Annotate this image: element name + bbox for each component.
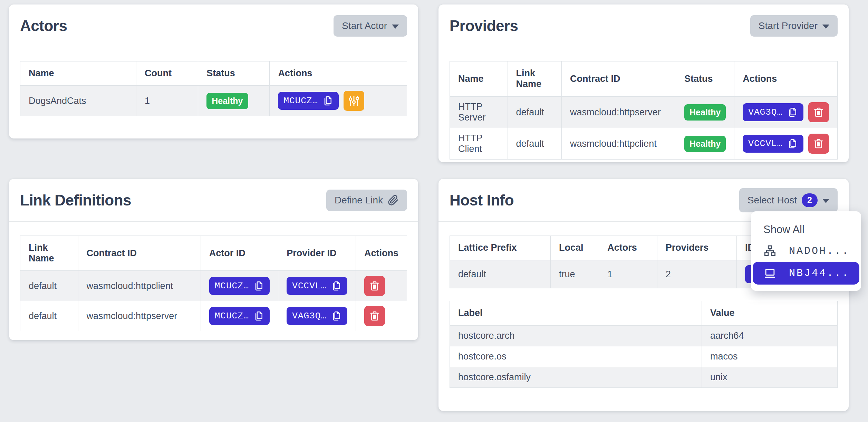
- dropdown-item-host-nbj44[interactable]: NBJ44...: [753, 262, 859, 285]
- stop-provider-button[interactable]: [808, 102, 829, 122]
- dropdown-item-show-all[interactable]: Show All: [751, 219, 861, 240]
- provider-id-copy-button[interactable]: VAG3Q…: [287, 307, 347, 325]
- link-definitions-panel: Link Definitions Define Link Link Name C…: [9, 179, 418, 340]
- host-local: true: [550, 260, 599, 288]
- select-host-button[interactable]: Select Host 2: [739, 188, 838, 212]
- dropdown-item-label: NADOH...: [789, 245, 850, 257]
- providers-col-status: Status: [676, 61, 734, 97]
- table-row: default wasmcloud:httpclient MCUCZ… VCCV…: [20, 271, 407, 301]
- copy-icon: [254, 311, 264, 321]
- table-row: DogsAndCats 1 Healthy MCUCZ…: [20, 86, 407, 116]
- linkdefs-col-contract: Contract ID: [78, 236, 201, 271]
- linkdefs-col-actor: Actor ID: [201, 236, 278, 271]
- actor-id-label: MCUCZ…: [215, 311, 249, 321]
- select-host-label: Select Host: [748, 195, 797, 206]
- start-provider-button[interactable]: Start Provider: [750, 15, 838, 37]
- providers-panel-header: Providers Start Provider: [438, 4, 849, 47]
- linkdefs-col-linkname: Link Name: [20, 236, 78, 271]
- host-lattice-prefix: default: [450, 260, 551, 288]
- select-host-dropdown-menu: Show All NADOH... NBJ44...: [751, 211, 861, 291]
- trash-icon: [369, 280, 380, 291]
- provider-contract-id: wasmcloud:httpserver: [562, 96, 676, 128]
- provider-id-copy-button[interactable]: VCCVL…: [287, 277, 347, 295]
- host-count-badge: 2: [802, 193, 818, 207]
- status-badge: Healthy: [206, 93, 248, 109]
- host-labels-table: Label Value hostcore.arch aarch64 hostco…: [450, 301, 838, 388]
- copy-icon: [788, 138, 798, 149]
- table-row: HTTP Server default wasmcloud:httpserver…: [450, 96, 838, 128]
- actors-title: Actors: [20, 17, 67, 35]
- link-definitions-title: Link Definitions: [20, 192, 131, 209]
- hosts-col-actors: Actors: [599, 236, 657, 260]
- provider-id-label: VCCVL…: [292, 281, 327, 291]
- host-label-value: aarch64: [702, 325, 837, 346]
- actor-id-label: MCUCZ…: [215, 281, 249, 291]
- provider-id-label: VCCVL…: [748, 138, 783, 149]
- linkdef-link-name: default: [20, 271, 78, 301]
- providers-col-actions: Actions: [734, 61, 838, 97]
- actors-panel-header: Actors Start Actor: [9, 4, 418, 47]
- host-label: hostcore.arch: [450, 325, 702, 346]
- provider-id-copy-button[interactable]: VAG3Q…: [743, 103, 803, 121]
- trash-icon: [813, 138, 824, 149]
- caret-down-icon: [822, 199, 829, 203]
- scale-actor-button[interactable]: [344, 91, 364, 111]
- host-info-panel: Host Info Select Host 2 Lattice Prefix L…: [438, 179, 849, 411]
- provider-id-copy-button[interactable]: VCCVL…: [743, 135, 803, 153]
- provider-name: HTTP Client: [450, 128, 508, 160]
- actor-id-copy-button[interactable]: MCUCZ…: [278, 92, 339, 110]
- define-link-button[interactable]: Define Link: [326, 190, 407, 211]
- actor-id-copy-button[interactable]: MCUCZ…: [209, 307, 270, 325]
- start-actor-label: Start Actor: [342, 20, 387, 31]
- actors-panel: Actors Start Actor Name Count Status Act…: [9, 4, 418, 138]
- table-row: default wasmcloud:httpserver MCUCZ… VAG3…: [20, 301, 407, 331]
- host-label-value: macos: [702, 346, 837, 367]
- paperclip-icon: [388, 195, 399, 206]
- providers-title: Providers: [450, 17, 518, 35]
- stop-provider-button[interactable]: [808, 134, 829, 154]
- caret-down-icon: [822, 25, 829, 29]
- hosts-col-providers: Providers: [657, 236, 736, 260]
- sitemap-icon: [763, 244, 777, 258]
- actors-col-status: Status: [198, 61, 270, 86]
- provider-link-name: default: [508, 96, 561, 128]
- provider-id-label: VAG3Q…: [292, 311, 327, 321]
- host-label: hostcore.osfamily: [450, 367, 702, 388]
- table-row: hostcore.arch aarch64: [450, 325, 838, 346]
- delete-linkdef-button[interactable]: [364, 276, 385, 296]
- delete-linkdef-button[interactable]: [364, 306, 385, 326]
- copy-icon: [331, 281, 342, 291]
- link-definitions-panel-header: Link Definitions Define Link: [9, 179, 418, 222]
- copy-icon: [331, 311, 342, 321]
- host-info-title: Host Info: [450, 192, 514, 209]
- linkdef-contract-id: wasmcloud:httpserver: [78, 301, 201, 331]
- link-definitions-table: Link Name Contract ID Actor ID Provider …: [20, 236, 407, 331]
- table-row: hostcore.os macos: [450, 346, 838, 367]
- status-badge: Healthy: [684, 136, 726, 152]
- start-actor-button[interactable]: Start Actor: [334, 15, 407, 37]
- actors-table: Name Count Status Actions DogsAndCats 1 …: [20, 61, 407, 116]
- actors-col-count: Count: [136, 61, 198, 86]
- host-label-value: unix: [702, 367, 837, 388]
- linkdef-contract-id: wasmcloud:httpclient: [78, 271, 201, 301]
- status-badge: Healthy: [684, 104, 726, 121]
- copy-icon: [323, 96, 333, 106]
- laptop-icon: [763, 267, 777, 280]
- actors-col-actions: Actions: [270, 61, 407, 86]
- actors-col-name: Name: [20, 61, 136, 86]
- copy-icon: [788, 107, 798, 117]
- dropdown-item-label: NBJ44...: [789, 267, 850, 279]
- linkdefs-col-provider: Provider ID: [278, 236, 356, 271]
- provider-contract-id: wasmcloud:httpclient: [562, 128, 676, 160]
- actor-id-copy-button[interactable]: MCUCZ…: [209, 277, 270, 295]
- host-providers-count: 2: [657, 260, 736, 288]
- dropdown-item-host-nadoh[interactable]: NADOH...: [751, 240, 861, 262]
- copy-icon: [254, 281, 264, 291]
- labels-col-label: Label: [450, 301, 702, 326]
- provider-link-name: default: [508, 128, 561, 160]
- host-actors-count: 1: [599, 260, 657, 288]
- table-row: hostcore.osfamily unix: [450, 367, 838, 388]
- labels-col-value: Value: [702, 301, 837, 326]
- providers-panel: Providers Start Provider Name Link Name …: [438, 4, 849, 162]
- providers-col-contract: Contract ID: [562, 61, 676, 97]
